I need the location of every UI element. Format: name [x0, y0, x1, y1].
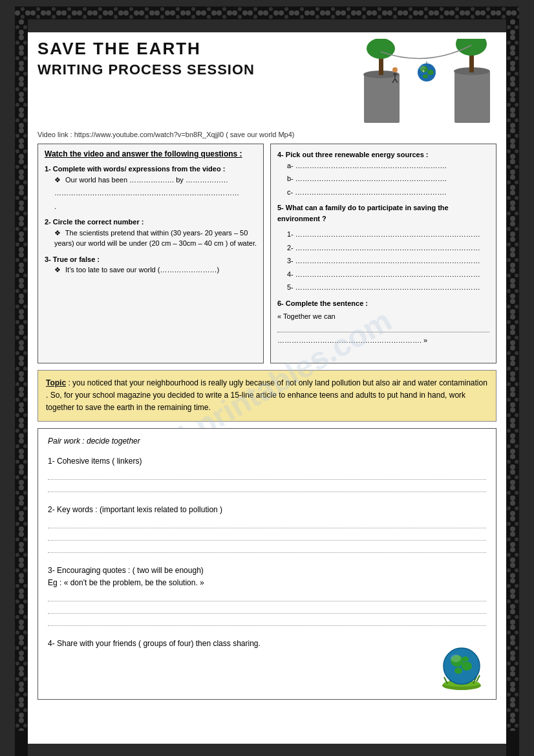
q6-text: « Together we can	[277, 311, 489, 322]
q6-line: ……………………………………………………. »	[277, 335, 489, 346]
pw3-eg: Eg : « don't be the problem, be the solu…	[48, 578, 204, 587]
svg-point-50	[451, 654, 461, 662]
question-5: 5- What can a family do to participate i…	[277, 202, 489, 224]
q4c: c- ……………………………………………………….	[277, 187, 489, 198]
svg-rect-17	[506, 19, 519, 731]
question-1: 1- Complete with words/ expressions from…	[45, 164, 257, 211]
pair-work-header: Pair work : decide together	[48, 437, 486, 446]
top-border	[15, 6, 519, 19]
pair-work-section: Pair work : decide together 1- Cohesive …	[37, 428, 497, 700]
header-section: SAVE THE EARTH WRITING PROCESS SESSION	[37, 39, 497, 125]
svg-point-34	[427, 70, 434, 75]
pw-item-3: 3- Encouraging quotes : ( two will be en…	[48, 565, 486, 626]
topic-text: : you noticed that your neighbourhood is…	[46, 378, 487, 412]
svg-point-38	[419, 65, 425, 70]
q4a: a- ……………………………………………………….	[277, 160, 489, 171]
title-block: SAVE THE EARTH WRITING PROCESS SESSION	[37, 39, 358, 78]
pw-item-2: 2- Key words : (important lexis related …	[48, 504, 486, 553]
q5-item-3: 3- ……………………………………………………………………	[277, 255, 489, 266]
svg-rect-28	[454, 71, 490, 123]
svg-point-23	[392, 67, 398, 72]
q1-cont: ……………………………………………………………………	[45, 188, 257, 199]
question-6: 6- Complete the sentence : « Together we…	[277, 298, 489, 346]
q4b: b- ……………………………………………………….	[277, 173, 489, 184]
svg-point-35	[423, 74, 428, 78]
questions-right: 4- Pick out three renewable energy sourc…	[270, 144, 497, 363]
q1-dot: .	[45, 201, 257, 212]
topic-section: Topic : you noticed that your neighbourh…	[37, 370, 497, 422]
q5-item-1: 1- ……………………………………………………………………	[277, 229, 489, 240]
questions-container: Watch the video and answer the following…	[37, 144, 497, 363]
right-border	[506, 19, 519, 756]
questions-header: Watch the video and answer the following…	[45, 149, 257, 158]
q5-item-2: 2- ……………………………………………………………………	[277, 243, 489, 254]
header-illustration	[358, 39, 497, 125]
svg-point-47	[462, 662, 472, 671]
svg-rect-11	[15, 19, 28, 731]
q5-item-4: 4- ……………………………………………………………………	[277, 269, 489, 280]
content-area: ESLprintables.com SAVE THE EARTH WRITING…	[28, 32, 506, 744]
globe-decoration	[438, 642, 486, 693]
svg-point-49	[462, 656, 469, 662]
pw-item-1: 1- Cohesive items ( linkers)	[48, 455, 486, 492]
question-4: 4- Pick out three renewable energy sourc…	[277, 149, 489, 197]
topic-label: Topic	[46, 378, 66, 387]
left-border	[15, 19, 28, 756]
svg-point-48	[454, 667, 462, 674]
subtitle: WRITING PROCESS SESSION	[37, 61, 358, 78]
q5-item-5: 5- ……………………………………………………………………	[277, 282, 489, 293]
questions-left: Watch the video and answer the following…	[37, 144, 264, 363]
question-2: 2- Circle the correct number : ❖ The sci…	[45, 217, 257, 249]
svg-point-37	[423, 70, 425, 72]
svg-rect-5	[15, 6, 519, 19]
pw-item-4: 4- Share with your friends ( groups of f…	[48, 638, 486, 650]
svg-point-22	[367, 39, 395, 59]
question-3: 3- True or false : ❖ It's too late to sa…	[45, 254, 257, 275]
video-link: Video link : https://www.youtube.com/wat…	[37, 131, 497, 138]
main-title: SAVE THE EARTH	[37, 39, 358, 59]
q1-bullet: ❖ Our world has been ………………. by ………………	[45, 175, 257, 186]
q2-bullet: ❖ The scientists pretend that within (30…	[45, 228, 257, 249]
svg-rect-19	[364, 74, 400, 123]
q3-bullet: ❖ It's too late to save our world (………………	[45, 265, 257, 275]
